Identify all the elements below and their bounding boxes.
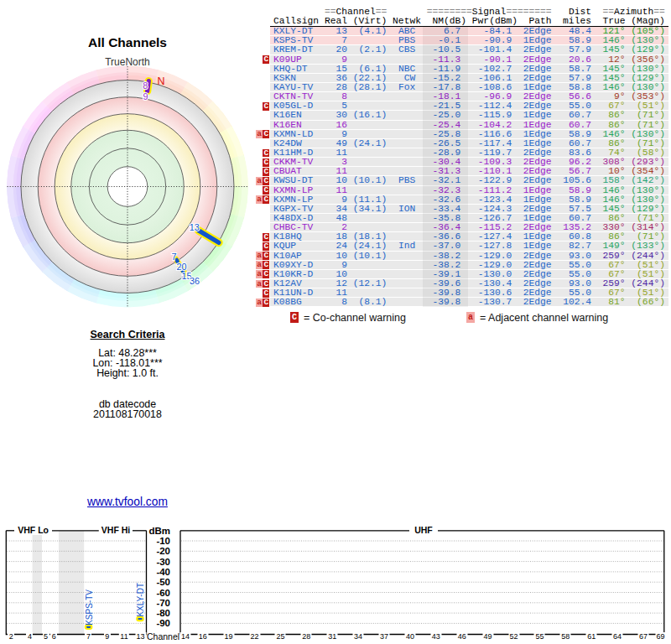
svg-text:7: 7	[171, 252, 176, 262]
svg-text:36: 36	[190, 276, 200, 286]
svg-text:8: 8	[143, 80, 148, 91]
svg-text:13: 13	[190, 222, 200, 232]
svg-text:9: 9	[143, 91, 148, 101]
svg-text:N: N	[158, 75, 165, 87]
